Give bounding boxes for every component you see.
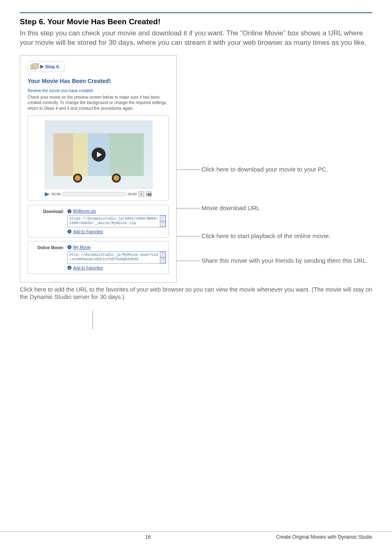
scroll-down-icon[interactable]: ˅ [160,221,166,227]
car-wheel-icon [73,174,82,183]
callout-share-url: Share this movie with your friends by se… [201,257,370,265]
online-file-link[interactable]: › My Movie [67,245,91,250]
scroll-up-icon[interactable]: ˄ [160,215,166,221]
arrow-circle-icon: › [67,245,71,249]
download-url: https://dynamicstudio.jp/0001/A000/B000/… [69,217,158,225]
car-wheel-icon [112,174,121,183]
page-number: 16 [20,534,276,540]
arrow-circle-icon: › [67,266,71,270]
callout-lead [177,169,200,170]
online-file-text: My Movie [73,245,91,250]
player-timebar: 00:00 00:00 X ◂▮▮ [45,191,152,197]
download-box: Download: › MyMovie.zip https://dynamics… [28,205,169,238]
arrow-circle-icon: › [67,229,71,234]
time-end: 00:00 [127,192,137,196]
step-title: Step 6. Your Movie Has Been Created! [20,17,372,26]
play-small-icon[interactable] [45,192,50,196]
online-label: Online Movie: [32,245,64,270]
online-fav-link[interactable]: › Add to Favorites [67,266,103,270]
photo-stack-icon [30,63,39,70]
player-preview[interactable] [45,120,152,189]
player-wrap: 00:00 00:00 X ◂▮▮ [28,115,169,201]
online-url-box[interactable]: http://dynamicstudio.jp/MyMovie.aspx?uid… [67,251,166,264]
step-badge-label: Step 6. [45,64,60,69]
review-note: Review the movie you have created. [28,88,169,93]
download-file-text: MyMovie.zip [73,209,96,213]
seek-track[interactable] [62,192,126,196]
scroll-up-icon[interactable]: ˄ [160,252,166,257]
download-fav-text: Add to Favorites [73,229,103,234]
bottom-note: Click here to add the URL to the favorit… [20,286,372,301]
download-url-box[interactable]: https://dynamicstudio.jp/0001/A000/B000/… [67,215,166,227]
download-label: Download: [32,208,64,234]
step-intro: In this step you can check your movie an… [20,29,372,48]
scroll-down-icon[interactable]: ˅ [160,257,166,263]
online-fav-text: Add to Favorites [73,266,103,270]
arrow-icon: ▶ [40,64,44,69]
arrow-circle-icon: › [67,209,71,213]
download-fav-link[interactable]: › Add to Favorites [67,229,103,234]
online-url: http://dynamicstudio.jp/MyMovie.aspx?uid… [69,253,158,262]
close-button[interactable]: X [138,191,144,197]
volume-button[interactable]: ◂▮▮ [146,191,152,197]
callout-download-url: Movie download URL [201,204,263,212]
book-title: Create Original Movies with Dynamic Stud… [276,534,372,540]
check-note: Check your movie on the preview screen b… [28,95,169,111]
callout-play-online: Click here to start playback of the onli… [201,232,333,240]
box-title: Your Movie Has Been Created! [28,78,169,84]
callout-lead [177,261,200,261]
online-movie-box: Online Movie: › My Movie http://dynamics… [28,241,169,274]
download-file-link[interactable]: › MyMovie.zip [67,209,96,213]
time-start: 00:00 [51,192,61,196]
callout-lead [177,208,200,208]
divider [20,12,372,13]
screenshot-panel: ▶ Step 6. Your Movie Has Been Created! R… [20,55,177,282]
step-badge: ▶ Step 6. [28,61,65,72]
callout-download-pc: Click here to download your movie to you… [201,165,330,174]
callout-lead [92,310,93,329]
callout-lead [177,236,200,236]
play-icon[interactable] [92,148,106,162]
footer: 16 Create Original Movies with Dynamic S… [0,531,392,545]
